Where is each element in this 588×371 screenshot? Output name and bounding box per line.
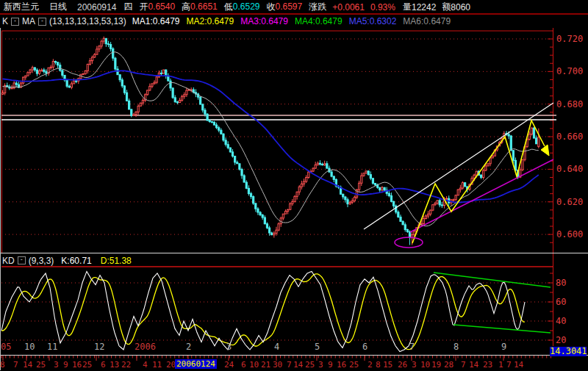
moving-averages [3, 52, 539, 226]
date-label: 25 [349, 361, 359, 369]
date-label: 2 [368, 361, 373, 369]
date-label: 1 [498, 361, 503, 369]
date-label: 25 [82, 361, 92, 369]
date-label: 25 [305, 361, 315, 369]
kd-axis-label: 60 [556, 298, 566, 306]
resistance-band [1, 115, 556, 120]
trading-terminal: 新西兰元 日线 20060914 四 开0.6540高0.6651低0.6529… [0, 0, 588, 371]
date-label: 6 [101, 361, 106, 369]
kd-axis-label: 40 [556, 317, 566, 325]
date-label: 7 [287, 361, 292, 369]
month-label: 2006 [135, 342, 156, 351]
date-label: 19 [431, 361, 441, 369]
date-label: 3 [412, 361, 417, 369]
month-label: 12 [94, 342, 104, 351]
date-label: 8 [0, 361, 5, 369]
date-label: 22 [121, 361, 131, 369]
date-label: 11 [152, 361, 162, 369]
date-label: 10 [420, 361, 430, 369]
date-label: 6 [241, 361, 246, 369]
date-label: 9 [328, 361, 333, 369]
price-axis-label: 0.620 [556, 198, 583, 206]
date-label: 21 [261, 361, 270, 369]
date-label: 16 [72, 361, 82, 369]
date-label: 23 [483, 361, 492, 369]
price-axis-label: 0.720 [556, 35, 583, 43]
date-label: 25 [36, 361, 46, 369]
month-label: 6 [362, 342, 368, 351]
date-label: 9 [63, 361, 68, 369]
corner-value-badge: 14.3041 [550, 347, 587, 356]
price-axis-label: 0.700 [556, 67, 583, 76]
month-label: 3 [226, 342, 232, 351]
month-label: 2 [186, 342, 191, 351]
candlesticks [1, 37, 539, 245]
month-label: 8 [453, 342, 459, 351]
date-label: 4 [143, 361, 148, 369]
kd-axis-label: 80 [556, 278, 566, 287]
month-label: 9 [501, 342, 506, 351]
month-label: 4 [274, 342, 279, 351]
low-marker-ellipse [395, 237, 423, 248]
date-label: 14 [293, 361, 303, 369]
price-axis-label: 0.600 [556, 230, 583, 239]
date-label: 14 [23, 361, 32, 369]
date-label: 7 [461, 361, 466, 369]
date-label: 7 [13, 361, 18, 369]
yellow-arrowhead [541, 145, 549, 156]
date-label: 26 [398, 361, 407, 369]
kd-panel [1, 267, 553, 352]
highlighted-date-badge[interactable]: 20060124 [175, 359, 217, 369]
date-label: 3 [318, 361, 323, 369]
date-label: 8 [376, 361, 381, 369]
date-label: 10 [249, 361, 259, 369]
month-label: 11 [47, 342, 57, 351]
date-label: 15 [383, 361, 392, 369]
price-axis-label: 0.680 [556, 100, 583, 109]
date-label: 24 [224, 361, 234, 369]
chart-canvas [0, 0, 588, 371]
month-label: 05 [1, 342, 11, 351]
date-label: 28 [444, 361, 453, 369]
date-label: 7 [506, 361, 512, 369]
kd-axis-label: 20 [556, 336, 566, 345]
price-gridlines [1, 39, 553, 234]
date-label: 16 [337, 361, 346, 369]
month-label: 5 [315, 342, 320, 351]
date-label: 3 [54, 361, 59, 369]
date-label: 30 [273, 361, 282, 369]
month-label: 10 [24, 342, 35, 351]
kd-d-line [1, 274, 525, 350]
price-axis-label: 0.640 [556, 165, 583, 173]
date-label: 14 [514, 361, 523, 369]
drawn-annotations [364, 103, 553, 248]
price-axis-label: 0.660 [556, 132, 583, 141]
month-label: 7 [409, 342, 415, 351]
date-label: 14 [469, 361, 478, 369]
date-label: 13 [110, 361, 119, 369]
